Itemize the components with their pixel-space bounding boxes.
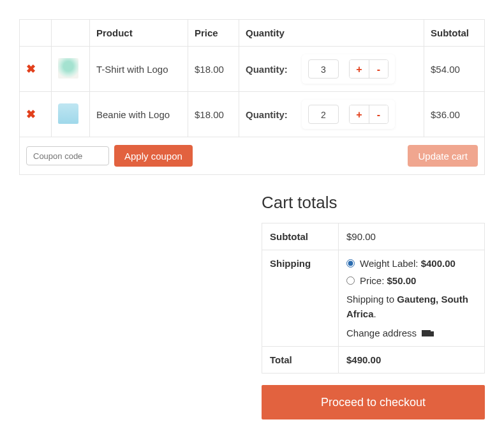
coupon-input[interactable]	[26, 146, 109, 165]
cart-totals-table: Subtotal $90.00 Shipping Weight Label: $…	[262, 223, 485, 374]
quantity-decrease-button[interactable]: -	[369, 60, 388, 78]
subtotal-label: Subtotal	[262, 223, 339, 250]
quantity-label: Quantity:	[246, 109, 288, 120]
total-value: $490.00	[339, 347, 485, 374]
apply-coupon-button[interactable]: Apply coupon	[114, 145, 193, 167]
cart-totals-title: Cart totals	[262, 193, 485, 213]
line-subtotal: $54.00	[424, 47, 485, 92]
update-cart-button[interactable]: Update cart	[408, 145, 478, 167]
shipping-option[interactable]: Price: $50.00	[346, 275, 477, 286]
product-thumbnail[interactable]	[58, 58, 78, 79]
line-subtotal: $36.00	[424, 92, 485, 137]
header-remove	[20, 20, 52, 47]
product-name[interactable]: Beanie with Logo	[90, 92, 188, 137]
quantity-stepper: 3+-	[302, 54, 395, 84]
table-row: ✖Beanie with Logo$18.00Quantity:2+-$36.0…	[20, 92, 485, 137]
quantity-increase-button[interactable]: +	[350, 60, 369, 78]
table-row: ✖T-Shirt with Logo$18.00Quantity:3+-$54.…	[20, 47, 485, 92]
product-name[interactable]: T-Shirt with Logo	[90, 47, 188, 92]
shipping-option[interactable]: Weight Label: $400.00	[346, 258, 477, 269]
shipping-option-label: Price: $50.00	[360, 275, 416, 286]
quantity-increase-button[interactable]: +	[350, 105, 369, 123]
change-address-link[interactable]: Change address	[346, 328, 477, 338]
shipping-radio[interactable]	[346, 259, 355, 268]
shipping-radio[interactable]	[346, 276, 355, 285]
shipping-option-label: Weight Label: $400.00	[360, 258, 456, 269]
remove-item-button[interactable]: ✖	[26, 109, 36, 120]
header-product: Product	[90, 20, 188, 47]
header-thumb	[52, 20, 90, 47]
header-quantity: Quantity	[239, 20, 424, 47]
total-label: Total	[262, 347, 339, 374]
quantity-input[interactable]: 3	[308, 59, 339, 79]
quantity-label: Quantity:	[246, 64, 288, 75]
product-thumbnail[interactable]	[58, 103, 78, 124]
quantity-stepper: 2+-	[302, 100, 395, 129]
shipping-destination: Shipping to Gauteng, South Africa.	[346, 292, 477, 321]
quantity-input[interactable]: 2	[308, 105, 339, 124]
truck-icon	[422, 330, 431, 336]
header-subtotal: Subtotal	[424, 20, 485, 47]
header-price: Price	[188, 20, 239, 47]
product-price: $18.00	[188, 47, 239, 92]
cart-table: Product Price Quantity Subtotal ✖T-Shirt…	[19, 19, 485, 175]
shipping-label: Shipping	[262, 250, 339, 347]
quantity-decrease-button[interactable]: -	[369, 105, 388, 123]
subtotal-value: $90.00	[339, 223, 485, 250]
remove-item-button[interactable]: ✖	[26, 63, 36, 75]
proceed-to-checkout-button[interactable]: Proceed to checkout	[262, 385, 485, 419]
product-price: $18.00	[188, 92, 239, 137]
